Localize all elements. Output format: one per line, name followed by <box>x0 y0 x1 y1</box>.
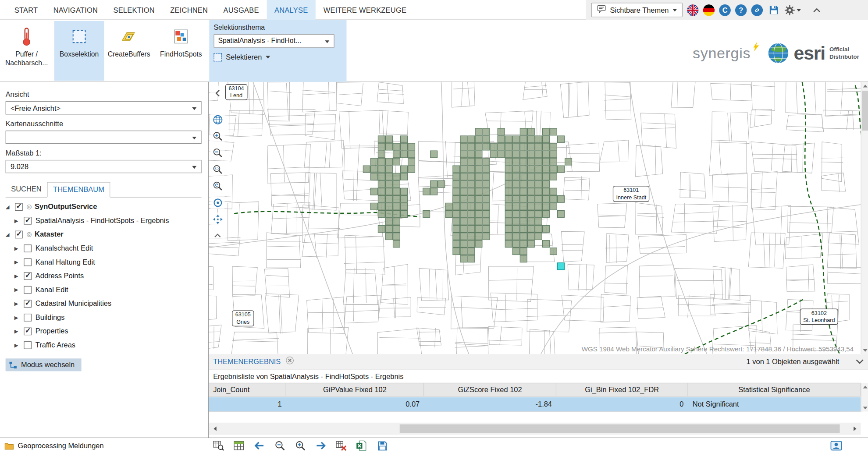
scroll-down-arrow[interactable] <box>861 346 868 354</box>
expand-arrow-icon[interactable]: ▶ <box>14 287 23 293</box>
column-header-gipvalue-fixed-102[interactable]: GiPValue Fixed 102 <box>286 383 424 396</box>
layer-checkbox[interactable] <box>24 341 32 349</box>
layer-checkbox[interactable] <box>24 327 32 335</box>
expand-arrow-icon[interactable]: ▶ <box>14 301 23 306</box>
map-canvas[interactable] <box>209 82 868 354</box>
column-header-statistical-significance[interactable]: Statistical Significance <box>688 383 861 396</box>
tab-weitere-werkzeuge[interactable]: WEITERE WERKZEUGE <box>316 0 414 20</box>
tab-start[interactable]: START <box>7 0 46 20</box>
tree-item-synoutputservice[interactable]: ◢◎SynOutputService <box>6 200 202 214</box>
layer-checkbox[interactable] <box>24 313 32 321</box>
tree-item-buildings[interactable]: ▶Buildings <box>6 310 202 324</box>
language-english-button[interactable] <box>687 4 699 16</box>
massstab-dropdown[interactable]: 9.028 <box>6 160 202 173</box>
map-vertical-scrollbar[interactable] <box>861 82 868 354</box>
tree-item-address-points[interactable]: ▶Address Points <box>6 269 202 283</box>
tab-zeichnen[interactable]: ZEICHNEN <box>163 0 216 20</box>
visible-themes-dropdown[interactable]: Sichtbare Themen <box>591 3 683 17</box>
scrollbar-thumb[interactable] <box>862 91 868 131</box>
collapse-arrow-icon[interactable]: ◢ <box>6 231 14 237</box>
modus-wechseln-button[interactable]: Modus wechseln <box>6 358 82 371</box>
save-session-icon[interactable] <box>767 4 780 16</box>
expand-arrow-icon[interactable]: ▶ <box>14 245 23 251</box>
tree-item-kanal-haltung-edit[interactable]: ▶Kanal Haltung Edit <box>6 255 202 269</box>
scroll-left-arrow[interactable] <box>209 423 221 435</box>
tree-item-cadastral-municipalities[interactable]: ▶Cadastral Municipalities <box>6 297 202 311</box>
toolbar-collapse-button[interactable] <box>210 229 225 242</box>
find-in-table-button[interactable] <box>212 439 225 452</box>
map-view[interactable]: 63104Lend63101Innere Stadt63105Gries6310… <box>209 82 868 354</box>
previous-record-button[interactable] <box>253 439 266 452</box>
tab-themenergebnis[interactable]: THEMENERGEBNIS <box>213 357 281 366</box>
table-cell[interactable]: Not Significant <box>688 397 861 411</box>
expand-arrow-icon[interactable]: ▶ <box>14 218 23 223</box>
close-results-button[interactable] <box>286 356 294 367</box>
tree-item-traffic-areas[interactable]: ▶Traffic Areas <box>6 338 202 352</box>
expand-arrow-icon[interactable]: ▶ <box>14 328 23 334</box>
table-cell[interactable]: -1.84 <box>424 397 556 411</box>
table-row[interactable]: 10.07-1.840Not Significant <box>209 397 861 412</box>
tab-selektion[interactable]: SELEKTION <box>106 0 163 20</box>
createbuffers-button[interactable]: CreateBuffers <box>106 21 152 81</box>
collapse-sidebar-button[interactable] <box>210 86 225 99</box>
scroll-down-arrow[interactable] <box>861 404 868 412</box>
expand-arrow-icon[interactable]: ▶ <box>14 342 23 348</box>
ansicht-dropdown[interactable]: <Freie Ansicht> <box>6 101 202 114</box>
table-vertical-scrollbar[interactable] <box>861 383 868 412</box>
scroll-up-arrow[interactable] <box>861 383 868 391</box>
zoom-window-button[interactable] <box>210 163 225 176</box>
tree-item-kanalschacht-edit[interactable]: ▶Kanalschacht Edit <box>6 241 202 255</box>
overview-globe-button[interactable] <box>210 113 225 126</box>
center-map-button[interactable] <box>210 196 225 209</box>
geooffice-icon[interactable]: C <box>719 4 731 16</box>
layer-checkbox[interactable] <box>24 216 32 224</box>
clear-result-button[interactable] <box>335 439 348 452</box>
column-header-join-count[interactable]: Join_Count <box>209 383 286 396</box>
tree-item-kanal-edit[interactable]: ▶Kanal Edit <box>6 283 202 297</box>
layer-checkbox[interactable] <box>24 258 32 266</box>
expand-arrow-icon[interactable]: ▶ <box>14 315 23 320</box>
layer-checkbox[interactable] <box>24 286 32 294</box>
layer-checkbox[interactable] <box>24 272 32 280</box>
collapse-arrow-icon[interactable]: ◢ <box>6 204 14 209</box>
layer-checkbox[interactable] <box>24 244 32 252</box>
table-horizontal-scrollbar[interactable] <box>209 423 861 435</box>
tab-suchen[interactable]: SUCHEN <box>6 182 47 197</box>
language-german-button[interactable] <box>703 4 715 16</box>
scroll-up-arrow[interactable] <box>861 82 868 90</box>
collapse-panel-button[interactable] <box>856 357 864 366</box>
column-header-gi-bin-fixed-102-fdr[interactable]: Gi_Bin Fixed 102_FDR <box>556 383 688 396</box>
boxselektion-button[interactable]: Boxselektion <box>54 21 104 81</box>
show-table-button[interactable] <box>232 439 245 452</box>
scrollbar-thumb[interactable] <box>400 425 840 433</box>
column-header-gizscore-fixed-102[interactable]: GiZScore Fixed 102 <box>424 383 556 396</box>
zoom-to-selection-out-button[interactable] <box>274 439 286 452</box>
tab-analyse[interactable]: ANALYSE <box>267 0 316 20</box>
next-record-button[interactable] <box>314 439 327 452</box>
table-cell[interactable]: 1 <box>209 397 286 411</box>
save-result-button[interactable] <box>376 439 388 452</box>
tab-themenbaum[interactable]: THEMENBAUM <box>47 182 110 197</box>
full-extent-button[interactable] <box>210 212 225 226</box>
puffer-nachbarsch-button[interactable]: Puffer / Nachbarsch... <box>1 21 52 81</box>
zoom-out-button[interactable] <box>210 146 225 159</box>
tab-ausgabe[interactable]: AUSGABE <box>216 0 267 20</box>
expand-arrow-icon[interactable]: ▶ <box>14 259 23 265</box>
zoom-to-selection-in-button[interactable] <box>294 439 307 452</box>
tab-navigation[interactable]: NAVIGATION <box>46 0 106 20</box>
selection-theme-dropdown[interactable]: SpatialAnalysis - FindHot... <box>213 34 334 47</box>
table-cell[interactable]: 0.07 <box>286 397 424 411</box>
tree-item-properties[interactable]: ▶Properties <box>6 324 202 338</box>
layer-checkbox[interactable] <box>15 230 23 238</box>
layer-checkbox[interactable] <box>24 300 32 308</box>
help-icon[interactable]: ? <box>735 4 747 16</box>
tree-item-kataster[interactable]: ◢◎Kataster <box>6 227 202 241</box>
kartenausschnitte-dropdown[interactable] <box>6 131 202 144</box>
geoprocessing-bar[interactable]: Geoprocessing Meldungen <box>0 438 209 453</box>
zoom-previous-button[interactable] <box>210 179 225 192</box>
table-cell[interactable]: 0 <box>556 397 688 411</box>
scroll-right-arrow[interactable] <box>849 423 861 435</box>
export-excel-button[interactable] <box>356 439 368 452</box>
tree-item-spatialanalysis-findhotspots-ergebnis[interactable]: ▶SpatialAnalysis - FindHotSpots - Ergebn… <box>6 213 202 227</box>
selektieren-button[interactable]: Selektieren <box>213 53 270 61</box>
